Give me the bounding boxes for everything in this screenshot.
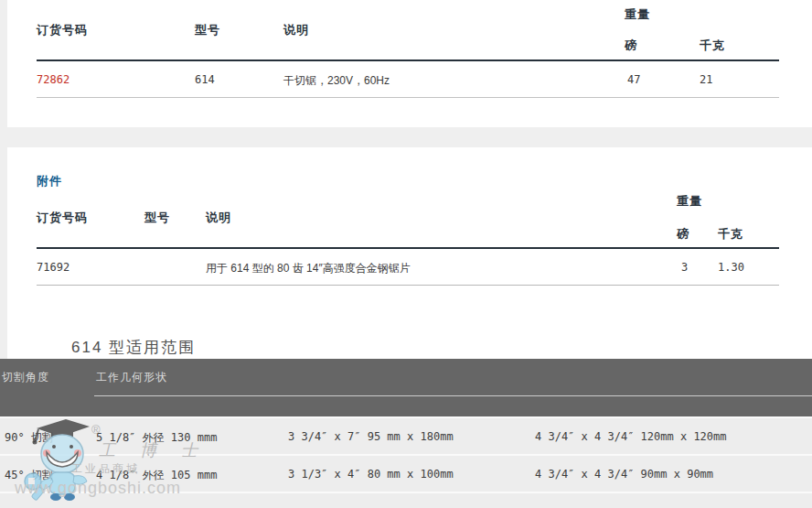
col-header-model: 型号 <box>195 22 220 38</box>
col-header-order-number: 订货号码 <box>37 22 88 38</box>
application-row-45: 45° 切割 4 1/8″ 外径 105 mmm 3 1/3″ x 4″ 80 … <box>0 456 812 492</box>
footer-strip <box>0 493 812 508</box>
col-header-cut-angle: 切割角度 <box>2 370 49 385</box>
application-header-bar: 切割角度 工作几何形状 <box>0 359 812 416</box>
kilograms-cell: 1.30 <box>718 261 744 274</box>
angle-cell: 90° 切割 <box>5 430 53 446</box>
application-section-title: 614 型适用范围 <box>71 337 196 358</box>
col-header-pounds: 磅 <box>677 226 689 243</box>
round-stock-cell: 5 1/8″ 外径 130 mmm <box>96 430 217 446</box>
col-header-pounds: 磅 <box>625 38 637 54</box>
accessories-title: 附件 <box>37 173 62 189</box>
table-header-rule <box>37 247 779 249</box>
product-table-card: 订货号码 型号 说明 重量 磅 千克 72862 614 干切锯，230V，60… <box>7 0 812 127</box>
description-cell: 干切锯，230V，60Hz <box>283 73 390 89</box>
col-header-description: 说明 <box>206 210 231 226</box>
table-header-rule <box>37 59 779 61</box>
accessories-card: 附件 重量 订货号码 型号 说明 磅 千克 71692 用于 614 型的 80… <box>7 147 812 359</box>
col-header-description: 说明 <box>283 22 309 38</box>
angle-cell: 45° 切割 <box>5 468 53 483</box>
order-number-cell: 71692 <box>37 261 69 274</box>
col-header-weight: 重量 <box>677 193 702 210</box>
col-header-kilograms: 千克 <box>718 226 743 243</box>
col-header-order-number: 订货号码 <box>37 210 88 226</box>
description-cell: 用于 614 型的 80 齿 14″高强度合金钢锯片 <box>206 261 411 276</box>
square-stock-cell: 4 3/4″ x 4 3/4″ 90mm x 90mm <box>535 468 713 481</box>
pounds-cell: 47 <box>627 73 640 86</box>
round-stock-cell: 4 1/8″ 外径 105 mmm <box>96 468 217 483</box>
col-header-weight: 重量 <box>625 6 650 23</box>
square-stock-cell: 4 3/4″ x 4 3/4″ 120mm x 120mm <box>535 430 727 443</box>
table-row-rule <box>37 97 779 98</box>
kilograms-cell: 21 <box>700 73 712 86</box>
table-row-rule <box>37 285 779 286</box>
application-row-90: 90° 切割 5 1/8″ 外径 130 mmm 3 3/4″ x 7″ 95 … <box>0 418 812 454</box>
model-cell: 614 <box>195 73 215 86</box>
pounds-cell: 3 <box>681 261 688 274</box>
order-number-link[interactable]: 72862 <box>37 73 69 86</box>
geometry-header-underline <box>94 395 812 396</box>
rect-stock-cell: 3 3/4″ x 7″ 95 mm x 180mm <box>288 430 454 443</box>
col-header-model: 型号 <box>144 210 170 226</box>
col-header-work-geometry: 工作几何形状 <box>96 370 167 385</box>
rect-stock-cell: 3 1/3″ x 4″ 80 mm x 100mm <box>288 468 454 481</box>
col-header-kilograms: 千克 <box>700 38 725 54</box>
